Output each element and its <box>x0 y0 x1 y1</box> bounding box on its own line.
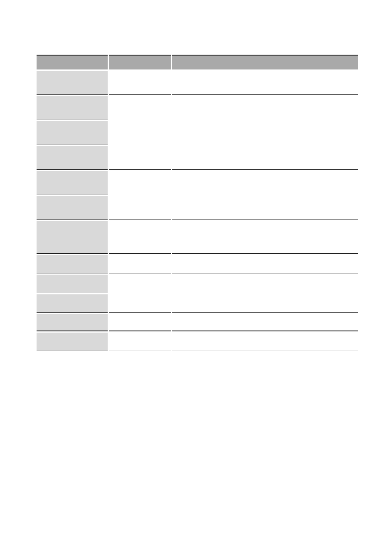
data-table <box>35 53 359 352</box>
row-label-cell <box>37 71 108 95</box>
table-row <box>37 314 358 331</box>
row-label-cell <box>37 255 108 273</box>
row-value-cell <box>172 255 358 273</box>
row-value-cell <box>172 221 358 254</box>
table-row <box>37 171 358 195</box>
row-mid-cell <box>109 71 171 95</box>
row-mid-cell <box>109 333 171 351</box>
row-mid-cell <box>109 255 171 273</box>
row-value-cell <box>172 275 358 293</box>
table-row <box>37 96 358 120</box>
row-mid-cell <box>109 221 171 254</box>
row-label-cell <box>37 294 108 313</box>
row-value-cell <box>172 294 358 313</box>
document-page <box>0 0 392 555</box>
row-label-cell <box>37 146 108 170</box>
row-value-cell <box>172 333 358 351</box>
row-value-cell <box>172 96 358 170</box>
row-label-cell <box>37 275 108 293</box>
row-value-cell <box>172 171 358 220</box>
row-mid-cell <box>109 314 171 331</box>
row-label-cell <box>37 333 108 351</box>
row-mid-cell <box>109 171 171 220</box>
row-label-cell <box>37 96 108 120</box>
table-row <box>37 333 358 351</box>
row-label-cell <box>37 314 108 331</box>
table-header-row <box>37 55 358 69</box>
table-header-cell <box>172 55 358 69</box>
row-mid-cell <box>109 96 171 170</box>
table-row <box>37 294 358 313</box>
row-value-cell <box>172 314 358 331</box>
table-row <box>37 71 358 95</box>
row-label-cell <box>37 121 108 145</box>
row-label-cell <box>37 196 108 220</box>
row-value-cell <box>172 71 358 95</box>
table-row <box>37 275 358 293</box>
row-mid-cell <box>109 294 171 313</box>
table-row <box>37 221 358 254</box>
row-label-cell <box>37 171 108 195</box>
table-header-cell <box>109 55 171 69</box>
table-header-cell <box>37 55 108 69</box>
table-row <box>37 255 358 273</box>
row-label-cell <box>37 221 108 254</box>
row-mid-cell <box>109 275 171 293</box>
